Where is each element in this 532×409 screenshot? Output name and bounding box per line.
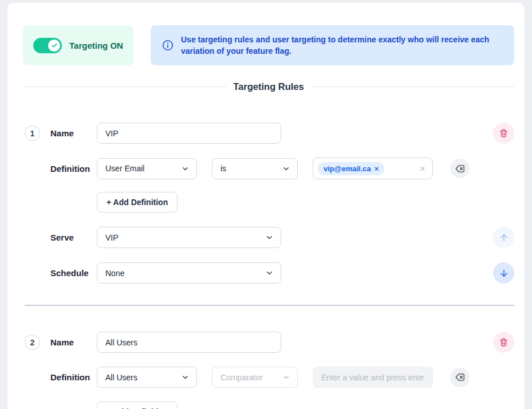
rule-2-add-definition-row: + Add Definition	[23, 401, 514, 409]
move-rule-down-button[interactable]	[493, 262, 514, 284]
chevron-down-icon	[266, 269, 273, 277]
toggle-knob	[48, 40, 60, 52]
value-chip[interactable]: vip@email.ca ×	[318, 162, 384, 175]
serve-dropdown-value: VIP	[105, 233, 119, 242]
backspace-icon	[455, 372, 466, 383]
rule-2-definition-row: Definition All Users Comparator	[23, 367, 514, 388]
rule-name-input[interactable]	[97, 332, 281, 353]
info-banner: Use targeting rules and user targeting t…	[151, 25, 514, 65]
add-definition-button[interactable]: + Add Definition	[97, 402, 178, 409]
section-title: Targeting Rules	[233, 81, 304, 92]
rule-number-badge: 2	[25, 335, 40, 350]
toggle-label: Targeting ON	[69, 41, 123, 50]
rule-2-name-row: 2 Name	[23, 332, 514, 353]
chevron-down-icon	[282, 373, 290, 381]
remove-definition-button[interactable]	[450, 159, 470, 178]
move-rule-up-button[interactable]	[493, 227, 514, 248]
rule-number-badge: 1	[25, 125, 40, 141]
chevron-down-icon	[282, 165, 290, 172]
add-definition-button[interactable]: + Add Definition	[97, 192, 178, 213]
definition-label: Definition	[50, 372, 97, 382]
comparator-placeholder: Comparator	[220, 373, 263, 382]
comparator-dropdown-disabled: Comparator	[212, 367, 298, 388]
rules-separator	[25, 305, 514, 306]
clear-input-icon[interactable]: ×	[420, 164, 425, 174]
rule-1-name-row: 1 Name	[23, 123, 514, 144]
schedule-label: Schedule	[50, 268, 97, 278]
chevron-down-icon	[266, 234, 273, 241]
info-icon	[162, 40, 174, 51]
trait-dropdown[interactable]: User Email	[97, 158, 197, 179]
trash-icon	[499, 128, 509, 138]
targeting-panel: Targeting ON Use targeting rules and use…	[7, 3, 525, 409]
rule-1-schedule-row: Schedule None	[23, 262, 514, 284]
trait-dropdown[interactable]: All Users	[97, 367, 197, 388]
backspace-icon	[455, 163, 466, 174]
trait-dropdown-value: User Email	[105, 164, 144, 173]
chip-remove-icon[interactable]: ×	[375, 164, 379, 173]
serve-label: Serve	[50, 233, 97, 242]
remove-definition-button[interactable]	[450, 368, 470, 387]
name-label: Name	[50, 128, 97, 138]
arrow-down-icon	[499, 268, 509, 278]
schedule-dropdown-value: None	[105, 269, 124, 278]
rule-2: 2 Name Definition All Users	[23, 332, 514, 409]
rule-1: 1 Name Definition User Email	[23, 123, 514, 284]
rule-1-serve-row: Serve VIP	[23, 227, 514, 248]
schedule-dropdown[interactable]: None	[97, 262, 281, 284]
chevron-down-icon	[182, 373, 189, 381]
section-divider: Targeting Rules	[23, 80, 514, 93]
value-input-disabled	[313, 367, 433, 388]
serve-dropdown[interactable]: VIP	[97, 227, 281, 248]
rule-name-input[interactable]	[97, 123, 281, 144]
comparator-dropdown[interactable]: is	[212, 158, 298, 179]
values-tag-input[interactable]: vip@email.ca × ×	[313, 158, 433, 179]
value-chip-label: vip@email.ca	[324, 164, 371, 173]
rule-1-add-definition-row: + Add Definition	[23, 191, 514, 213]
delete-rule-button[interactable]	[493, 332, 514, 353]
divider-line	[311, 86, 514, 87]
name-label: Name	[50, 337, 97, 347]
targeting-toggle-badge: Targeting ON	[23, 25, 133, 65]
trait-dropdown-value: All Users	[105, 373, 137, 382]
check-icon	[51, 42, 58, 49]
arrow-up-icon	[499, 233, 509, 243]
definition-label: Definition	[50, 164, 97, 174]
divider-line	[23, 86, 226, 87]
delete-rule-button[interactable]	[493, 123, 514, 144]
comparator-dropdown-value: is	[220, 164, 226, 173]
rule-1-definition-row: Definition User Email is vip@email.ca × …	[23, 158, 514, 179]
info-text: Use targeting rules and user targeting t…	[181, 34, 502, 57]
targeting-toggle[interactable]	[33, 38, 62, 53]
header-row: Targeting ON Use targeting rules and use…	[23, 25, 514, 65]
chevron-down-icon	[182, 165, 189, 172]
trash-icon	[499, 337, 509, 347]
